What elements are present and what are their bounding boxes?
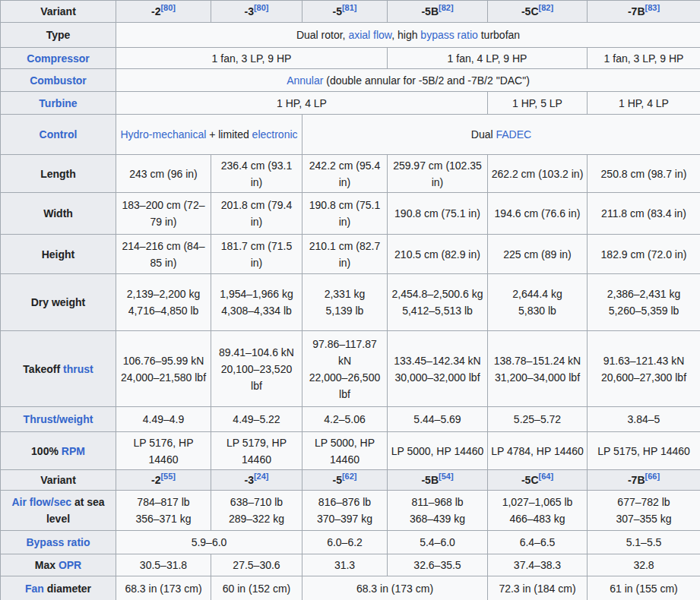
reference-link[interactable]: [55]	[160, 472, 176, 481]
spec-value-cell: Hydro-mechanical + limited electronic	[116, 115, 302, 155]
spec-value-cell: 201.8 cm (79.4 in)	[211, 193, 302, 235]
spec-value-cell: 31.3	[302, 554, 388, 576]
spec-value-cell: Annular (double annular for -5B/2 and -7…	[116, 69, 700, 92]
wiki-link[interactable]: RPM	[62, 445, 85, 457]
variant-header-cell: -7B[83]	[588, 1, 700, 23]
row-label-thrust-weight: Thrust/weight	[1, 407, 116, 432]
reference-link[interactable]: [54]	[439, 472, 454, 481]
text-segment: 68.3 in (173 cm)	[125, 583, 201, 595]
text-segment: 5.4–6.0	[420, 536, 455, 548]
spec-value-cell: 32.6–35.5	[388, 554, 488, 576]
spec-value-cell: Dual rotor, axial flow, high bypass rati…	[116, 23, 700, 48]
variant-header-cell: -2[55]	[116, 470, 211, 491]
text-segment: 97.86–117.87 kN	[312, 338, 377, 367]
text-segment: 190.8 cm (75.1 in)	[394, 207, 480, 219]
spec-value-cell: 2,331 kg5,139 lb	[302, 274, 388, 331]
wiki-link[interactable]: OPR	[59, 559, 81, 571]
spec-value-cell: 1 fan, 4 LP, 9 HP	[388, 48, 588, 69]
text-segment: -5	[332, 474, 341, 486]
spec-value-cell: 5.9–6.0	[116, 531, 302, 554]
text-segment: 242.2 cm (95.4 in)	[309, 159, 380, 188]
spec-value-cell: 816–876 lb370–397 kg	[302, 491, 388, 531]
reference-link[interactable]: [24]	[254, 472, 269, 481]
text-segment: diameter	[44, 583, 91, 595]
row-max-opr: Max OPR30.5–31.827.5–30.631.332.6–35.537…	[1, 554, 700, 576]
spec-value-cell: 106.76–95.99 kN24,000–21,580 lbf	[116, 331, 211, 407]
spec-value-cell: 4.49–4.9	[116, 407, 211, 432]
reference-link[interactable]: [80]	[160, 3, 176, 12]
wiki-link[interactable]: Air flow/sec	[11, 496, 71, 508]
wiki-link[interactable]: Bypass ratio	[26, 536, 90, 548]
row-label-control: Control	[1, 115, 116, 155]
wiki-link[interactable]: FADEC	[496, 128, 532, 141]
text-segment: 5.1–5.5	[626, 536, 662, 548]
reference-link[interactable]: [82]	[439, 3, 454, 12]
reference-link[interactable]: [80]	[254, 3, 269, 12]
reference-link[interactable]: [82]	[539, 3, 554, 12]
wiki-link[interactable]: thrust	[63, 363, 93, 375]
text-segment: 262.2 cm (103.2 in)	[492, 168, 584, 180]
row-label-combustor: Combustor	[1, 69, 116, 92]
text-segment: 1 fan, 3 LP, 9 HP	[212, 52, 292, 65]
text-segment: -7B	[628, 474, 645, 486]
text-segment: 20,600–27,300 lbf	[601, 371, 686, 384]
text-segment: LP 5179, HP 14460	[226, 437, 287, 466]
spec-value-cell: 243 cm (96 in)	[116, 155, 211, 193]
text-segment: 811–968 lb	[411, 496, 463, 508]
row-width: Width183–200 cm (72–79 in)201.8 cm (79.4…	[1, 193, 700, 235]
wiki-link[interactable]: Control	[40, 128, 78, 141]
text-segment: 4,308–4,334 lb	[221, 305, 292, 317]
text-segment: 211.8 cm (83.4 in)	[601, 207, 686, 219]
wiki-link[interactable]: Annular	[287, 74, 323, 87]
spec-value-cell: 2,644.4 kg5,830 lb	[488, 274, 588, 331]
text-segment: 5,260–5,359 lb	[609, 305, 679, 317]
text-segment: 5,830 lb	[518, 305, 556, 317]
spec-value-cell: LP 5176, HP 14460	[116, 432, 211, 470]
reference-link[interactable]: [64]	[539, 472, 554, 481]
spec-value-cell: 68.3 in (173 cm)	[302, 576, 488, 600]
wiki-link[interactable]: Fan	[25, 583, 44, 595]
text-segment: 370–397 kg	[317, 513, 372, 525]
text-segment: Takeoff	[23, 363, 63, 375]
spec-value-cell: 182.9 cm (72.0 in)	[588, 235, 700, 274]
spec-value-cell: 5.4–6.0	[388, 531, 488, 554]
engine-specifications-table: Variant-2[80]-3[80]-5[81]-5B[82]-5C[82]-…	[0, 0, 700, 600]
spec-value-cell: 1 HP, 4 LP	[588, 92, 700, 115]
reference-link[interactable]: [62]	[342, 472, 357, 481]
reference-link[interactable]: [83]	[645, 3, 660, 12]
text-segment: , high	[391, 29, 420, 41]
variant-header-cell: -5C[82]	[488, 1, 588, 23]
spec-value-cell: 181.7 cm (71.5 in)	[211, 235, 302, 274]
wiki-link[interactable]: axial flow	[348, 29, 391, 41]
text-segment: 5,139 lb	[326, 305, 364, 317]
spec-value-cell: 1,954–1,966 kg4,308–4,334 lb	[211, 274, 302, 331]
text-segment: 4.49–5.22	[233, 413, 280, 425]
text-segment: 106.76–95.99 kN	[123, 355, 204, 367]
spec-value-cell: 259.97 cm (102.35 in)	[388, 155, 488, 193]
wiki-link[interactable]: Hydro-mechanical	[120, 128, 206, 141]
text-segment: 89.41–104.6 kN	[219, 346, 294, 358]
spec-value-cell: 677–782 lb307–355 kg	[588, 491, 700, 531]
text-segment: 190.8 cm (75.1 in)	[309, 199, 380, 228]
row-air-flow: Air flow/sec at sea level784–817 lb356–3…	[1, 491, 700, 531]
wiki-link[interactable]: bypass ratio	[420, 29, 477, 41]
wiki-link[interactable]: Thrust/weight	[24, 413, 93, 425]
row-rpm-100: 100% RPMLP 5176, HP 14460LP 5179, HP 144…	[1, 432, 700, 470]
row-length: Length243 cm (96 in)236.4 cm (93.1 in)24…	[1, 155, 700, 193]
text-segment: 466–483 kg	[509, 513, 565, 525]
text-segment: -5B	[421, 474, 439, 486]
row-combustor: CombustorAnnular (double annular for -5B…	[1, 69, 700, 92]
spec-value-cell: 1 fan, 3 LP, 9 HP	[588, 48, 700, 69]
wiki-link[interactable]: Turbine	[39, 97, 77, 109]
variant-header-cell: -5B[54]	[388, 470, 488, 491]
engine-specifications-section: Variant-2[80]-3[80]-5[81]-5B[82]-5C[82]-…	[0, 0, 700, 600]
variant-header-cell: -5B[82]	[388, 1, 488, 23]
spec-value-cell: 97.86–117.87 kN22,000–26,500 lbf	[302, 331, 388, 407]
reference-link[interactable]: [81]	[342, 3, 357, 12]
reference-link[interactable]: [66]	[645, 472, 660, 481]
wiki-link[interactable]: Compressor	[27, 52, 89, 65]
text-segment: 72.3 in (184 cm)	[499, 583, 575, 595]
text-segment: LP 5000, HP 14460	[315, 437, 375, 466]
wiki-link[interactable]: electronic	[252, 128, 298, 141]
wiki-link[interactable]: Combustor	[30, 74, 87, 87]
